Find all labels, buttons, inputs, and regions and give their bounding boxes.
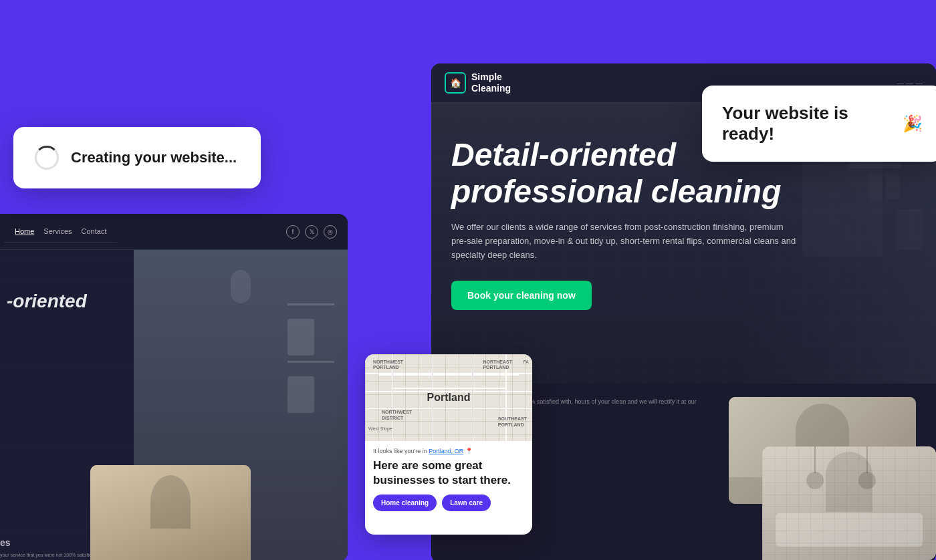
map-label-nwd: NORTHWESTDISTRICT	[382, 410, 412, 421]
instagram-icon[interactable]: ◎	[324, 225, 337, 239]
logo: 🏠 Simple Cleaning	[445, 72, 511, 94]
map-panel-title: Here are some great businesses to start …	[373, 458, 524, 488]
twitter-icon[interactable]: 𝕏	[305, 225, 318, 239]
spinner-icon	[35, 146, 59, 170]
location-link[interactable]: Portland, OR	[429, 448, 463, 454]
creating-text: Creating your website...	[71, 149, 237, 166]
left-hero-heading: -oriented	[7, 290, 87, 313]
logo-icon: 🏠	[445, 72, 466, 94]
left-nav-links: Home Services Contact	[4, 221, 117, 243]
map-location-text: It looks like you're in Portland, OR 📍	[373, 448, 524, 454]
social-icons: f 𝕏 ◎	[286, 225, 337, 239]
btn-cleaning[interactable]: Home cleaning	[373, 495, 437, 511]
ready-label: Your website is ready!	[722, 103, 897, 144]
map-label-pa: PA	[523, 360, 529, 364]
faucet	[231, 270, 251, 303]
map-label-slope: West Slope	[368, 426, 392, 431]
btn-lawn[interactable]: Lawn care	[442, 495, 491, 511]
shelf-line-2	[287, 361, 334, 363]
map-label-nw: NORTHWESTPORTLAND	[373, 360, 403, 371]
shelf-item-1	[287, 319, 314, 356]
creating-modal: Creating your website...	[13, 127, 261, 188]
map-roads: NORTHWESTPORTLAND NORTHEASTPORTLAND Port…	[365, 354, 532, 441]
map-buttons: Home cleaning Lawn care	[373, 495, 524, 511]
location-pin: 📍	[465, 448, 473, 454]
nav-services[interactable]: Services	[43, 227, 72, 235]
shelf-item-2	[287, 376, 314, 413]
shelf-line	[287, 303, 334, 305]
left-panel-preview: Home Services Contact f 𝕏 ◎ -oriented	[0, 214, 348, 560]
kitchen-sim	[90, 465, 251, 560]
nav-home[interactable]: Home	[15, 227, 34, 235]
ready-emoji: 🎉	[903, 114, 923, 133]
left-content: -oriented es your service that you were …	[0, 250, 348, 560]
hero-description: We offer our clients a wide range of ser…	[451, 221, 799, 262]
map-label-se: SOUTHEASTPORTLAND	[498, 416, 527, 428]
map-area: NORTHWESTPORTLAND NORTHEASTPORTLAND Port…	[365, 354, 532, 441]
right-interior-sim	[762, 446, 936, 560]
hero-content: Detail-orientedprofessional cleaning We …	[451, 136, 916, 311]
map-panel-body: It looks like you're in Portland, OR 📍 H…	[365, 441, 532, 518]
map-label-portland: Portland	[427, 392, 471, 404]
right-bottom-thumb	[762, 446, 936, 560]
shelf	[287, 303, 328, 418]
tile-sim	[762, 446, 936, 560]
left-nav: Home Services Contact f 𝕏 ◎	[0, 214, 348, 250]
map-label-ne: NORTHEASTPORTLAND	[483, 360, 512, 371]
facebook-icon[interactable]: f	[286, 225, 300, 239]
nav-contact[interactable]: Contact	[82, 227, 107, 235]
ready-card: Your website is ready! 🎉	[702, 86, 936, 162]
ready-text: Your website is ready! 🎉	[722, 103, 923, 144]
left-thumb	[90, 465, 251, 560]
logo-text: Simple Cleaning	[471, 72, 511, 94]
cta-button[interactable]: Book your cleaning now	[451, 281, 592, 310]
left-hero: -oriented	[7, 290, 87, 313]
map-panel: NORTHWESTPORTLAND NORTHEASTPORTLAND Port…	[365, 354, 532, 535]
